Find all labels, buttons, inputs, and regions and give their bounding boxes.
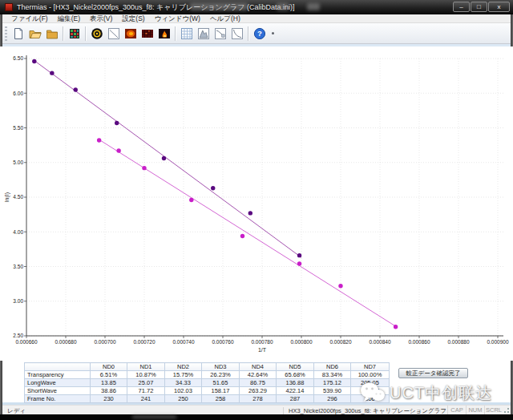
resize-grip[interactable] — [503, 406, 510, 414]
table-row-longwave: LongWave13.8525.0734.3351.6586.75136.881… — [25, 379, 390, 387]
column-header: ND5 — [277, 363, 314, 371]
cell-value: 278 — [240, 395, 277, 403]
data-point — [240, 234, 244, 238]
calibration-chart: 6.506.005.505.004.504.003.503.002.500.00… — [0, 46, 513, 361]
cell-value: 34.33 — [165, 379, 202, 387]
data-point — [297, 253, 301, 257]
row-label: LongWave — [25, 379, 91, 387]
svg-text:6.50: 6.50 — [13, 55, 23, 61]
svg-text:0.000680: 0.000680 — [55, 339, 76, 345]
new-document-button[interactable] — [10, 25, 26, 42]
histogram-icon — [197, 27, 210, 40]
save-folder-button[interactable] — [43, 25, 60, 42]
help-button[interactable]: ? — [251, 25, 268, 42]
svg-text:0.000660: 0.000660 — [15, 339, 37, 345]
decay-curve-icon — [231, 27, 244, 40]
svg-text:4.50: 4.50 — [13, 194, 23, 200]
data-point — [97, 138, 101, 142]
svg-text:3.50: 3.50 — [13, 264, 23, 269]
cell-value: 51.65 — [202, 379, 240, 387]
cell-value: 263.29 — [240, 387, 277, 395]
column-header: ND1 — [127, 363, 165, 371]
data-point — [115, 121, 119, 125]
flame-image-button[interactable] — [156, 25, 172, 42]
toolbar-overflow-dot — [272, 32, 274, 34]
redacted-smudge — [190, 3, 248, 10]
cell-value: 287 — [277, 395, 314, 403]
target-button[interactable] — [88, 25, 105, 42]
sensor-grid-button[interactable] — [66, 25, 83, 42]
data-point — [394, 325, 398, 329]
cell-value: 10.87% — [127, 371, 165, 379]
maximize-button[interactable]: □ — [471, 2, 487, 12]
cell-value: 6.51% — [91, 371, 127, 379]
cell-value: 230 — [91, 395, 127, 403]
row-label: Frame No. — [25, 395, 91, 403]
new-document-icon — [12, 27, 25, 40]
open-folder-icon — [29, 27, 42, 40]
cell-value: 13.85 — [91, 379, 127, 387]
menu-item-5[interactable]: ヘルプ(H) — [205, 14, 245, 23]
toolbar-separator — [85, 26, 86, 41]
svg-text:0.000700: 0.000700 — [94, 339, 115, 345]
svg-text:0.000820: 0.000820 — [329, 339, 351, 345]
svg-text:0.000720: 0.000720 — [133, 339, 155, 345]
cell-value: 83.34% — [314, 371, 351, 379]
data-point — [32, 59, 36, 63]
data-point — [116, 148, 120, 152]
svg-text:0.000780: 0.000780 — [251, 339, 273, 345]
svg-text:0.000880: 0.000880 — [447, 339, 469, 345]
cell-value: 136.88 — [277, 379, 314, 387]
cell-value: 15.75% — [165, 371, 202, 379]
svg-text:6.00: 6.00 — [13, 91, 23, 96]
toolbar-grip[interactable] — [5, 26, 7, 41]
thermal-image-icon — [124, 27, 137, 40]
table-grid-icon — [180, 27, 193, 40]
column-header — [25, 363, 91, 371]
menu-item-2[interactable]: 表示(V) — [85, 14, 117, 23]
svg-text:?: ? — [257, 29, 262, 38]
menu-bar: ファイル(F)編集(E)表示(V)設定(S)ウィンドウ(W)ヘルプ(H) — [2, 14, 511, 23]
menu-item-1[interactable]: 編集(E) — [53, 14, 85, 23]
data-point — [248, 211, 252, 215]
toolbar-separator — [175, 26, 176, 41]
menu-item-0[interactable]: ファイル(F) — [6, 14, 53, 23]
flame-image-icon — [158, 27, 171, 40]
confirm-calibration-button[interactable]: 較正データ確認完了 — [398, 368, 468, 378]
thermal-image-button[interactable] — [122, 25, 139, 42]
close-button[interactable]: x — [488, 2, 510, 12]
table-row-transparency: Transparency6.51%10.87%15.75%26.23%42.64… — [25, 371, 390, 379]
cell-value: 637.27 — [351, 387, 390, 395]
cell-value: 65.68% — [277, 371, 314, 379]
data-point — [50, 71, 54, 75]
menu-item-4[interactable]: ウィンドウ(W) — [150, 14, 205, 23]
column-header: ND2 — [165, 363, 202, 371]
data-point — [142, 166, 146, 170]
window-title: Thermias - [HX3_Nickel2000fps_300us_f8: … — [17, 2, 294, 13]
line-profile-button[interactable] — [105, 25, 122, 42]
help-icon: ? — [253, 27, 266, 40]
cell-value: 306 — [351, 395, 390, 403]
calibration-curve-button[interactable] — [212, 25, 228, 42]
data-point — [74, 87, 78, 91]
cell-value: 241 — [127, 395, 165, 403]
column-header: ND7 — [351, 363, 390, 371]
table-header-row: ND0ND1ND2ND3ND4ND5ND6ND7 — [25, 363, 390, 371]
svg-text:0.000900: 0.000900 — [487, 339, 508, 345]
title-bar: Thermias - [HX3_Nickel2000fps_300us_f8: … — [0, 0, 513, 14]
column-header: ND0 — [91, 363, 127, 371]
menu-item-3[interactable]: 設定(S) — [117, 14, 149, 23]
table-grid-button[interactable] — [178, 25, 195, 42]
open-folder-button[interactable] — [26, 25, 43, 42]
toolbar-separator — [63, 26, 63, 41]
minimize-button[interactable]: – — [453, 2, 470, 12]
decay-curve-button[interactable] — [228, 25, 245, 42]
save-folder-icon — [46, 27, 59, 40]
red-grid-button[interactable] — [139, 25, 156, 42]
data-point — [338, 284, 342, 288]
svg-text:2.50: 2.50 — [13, 333, 23, 338]
svg-text:0.000840: 0.000840 — [369, 339, 390, 345]
histogram-button[interactable] — [195, 25, 212, 42]
table-row-frame-no-: Frame No.230241250258278287296306 — [25, 395, 390, 403]
column-header: ND4 — [240, 363, 277, 371]
